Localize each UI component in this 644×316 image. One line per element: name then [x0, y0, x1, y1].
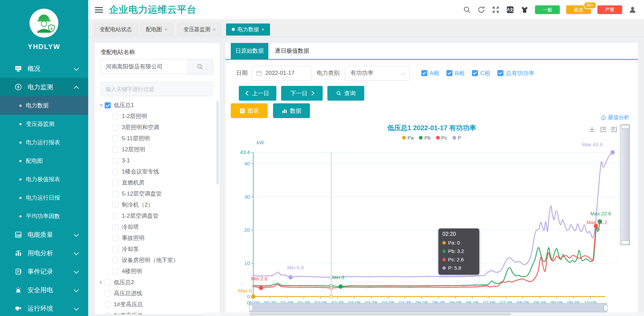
sidebar-subitem-变压器监测[interactable]: 变压器监测 [0, 115, 88, 133]
page-horizontal-scrollbar[interactable] [204, 312, 644, 316]
tree-node-低压总2[interactable]: 低压总2 [95, 277, 220, 288]
fullscreen-icon[interactable] [492, 6, 500, 14]
prev-day-button[interactable]: 上一日 [239, 86, 276, 101]
tree-node-4楼照明[interactable]: 4楼照明 [95, 266, 220, 277]
sidebar-subitem-电力数据[interactable]: 电力数据 [0, 96, 88, 115]
tree-checkbox[interactable] [112, 191, 118, 197]
close-icon[interactable]: × [262, 27, 264, 32]
tree-node-5-11层照明[interactable]: 5-11层照明 [95, 133, 220, 144]
legend-item-Pa[interactable]: Pa [402, 135, 414, 141]
sidebar-subitem-配电图[interactable]: 配电图 [0, 152, 88, 170]
datazoom-right-handle[interactable] [604, 305, 607, 311]
tree-node-3-1[interactable]: 3-1 [95, 155, 220, 166]
datazoom-top-handle[interactable] [621, 125, 629, 129]
tree-node-高压总进线[interactable]: 高压总进线 [95, 288, 220, 299]
station-search-button[interactable] [187, 59, 213, 74]
user-avatar-icon[interactable] [629, 6, 637, 14]
tree-checkbox[interactable] [105, 302, 111, 308]
sidebar-item-event-log[interactable]: 事件记录 [0, 262, 88, 281]
checkbox-总有功功率[interactable]: 总有功功率 [497, 69, 534, 77]
open-tab-电力数据[interactable]: 电力数据× [226, 23, 270, 36]
tab-daily-extreme-data[interactable]: 逐日极值数据 [275, 43, 309, 59]
save-image-icon[interactable] [589, 126, 595, 133]
sidebar-item-overview[interactable]: 概况 [0, 59, 88, 78]
station-name-input[interactable]: 河南嵩阳饭店有限公司 [101, 59, 187, 74]
refresh-icon[interactable] [477, 6, 485, 14]
sidebar-item-safe-power[interactable]: 安全用电 [0, 281, 88, 299]
scrollbar-thumb[interactable] [250, 313, 511, 315]
tree-node-3层照明和空调[interactable]: 3层照明和空调 [95, 122, 220, 133]
tree-checkbox[interactable] [112, 124, 118, 130]
tree-node-1-2层空调盘管[interactable]: 1-2层空调盘管 [95, 210, 220, 221]
legend-item-P[interactable]: P [452, 135, 461, 141]
zoom-reset-icon[interactable] [611, 126, 618, 133]
alarm-badge-urgent[interactable]: 紧急99+ [566, 5, 591, 14]
sidebar-item-environment[interactable]: 运行环境 [0, 299, 88, 316]
collapse-menu-icon[interactable] [95, 6, 103, 13]
close-icon[interactable]: × [213, 27, 216, 32]
sidebar-item-power-quality[interactable]: 电能质量 [0, 225, 88, 244]
sidebar-subitem-电力运行日报[interactable]: 电力运行日报 [0, 189, 88, 207]
open-tab-变配电站状态[interactable]: 变配电站状态 [94, 23, 138, 36]
tree-checkbox[interactable] [112, 136, 118, 142]
search-icon[interactable] [463, 6, 471, 14]
tree-node-1#变高压总[interactable]: 1#变高压总 [95, 299, 220, 310]
tree-checkbox[interactable] [112, 202, 118, 208]
sidebar-subitem-电力运行报表[interactable]: 电力运行报表 [0, 133, 88, 152]
legend-item-Pb[interactable]: Pb [419, 135, 430, 141]
open-tab-配电图[interactable]: 配电图× [140, 23, 173, 36]
tree-node-2#变高压总[interactable]: 2#变高压总 [95, 310, 220, 314]
tree-checkbox[interactable] [112, 213, 118, 219]
tree-checkbox[interactable] [112, 235, 118, 241]
query-button[interactable]: 查询 [327, 86, 364, 101]
tree-node-5-12层空调盘管[interactable]: 5-12层空调盘管 [95, 188, 220, 199]
tree-scrollbar[interactable] [216, 101, 219, 185]
sidebar-item-power-monitoring[interactable]: 电力监测 [0, 78, 88, 96]
power-type-select[interactable]: 有功功率 [345, 66, 410, 81]
datazoom-left-handle[interactable] [249, 305, 253, 311]
tree-checkbox[interactable] [112, 268, 118, 274]
tree-checkbox[interactable] [112, 158, 118, 164]
datazoom-bottom-handle[interactable] [621, 241, 629, 244]
tree-checkbox[interactable] [112, 113, 118, 119]
tree-node-直燃机房[interactable]: 直燃机房 [95, 177, 220, 188]
chart-view-button[interactable]: 图表 [231, 103, 268, 118]
tree-node-1楼会议室专线[interactable]: 1楼会议室专线 [95, 166, 220, 177]
horizontal-datazoom-slider[interactable] [250, 303, 607, 312]
sidebar-item-usage-analysis[interactable]: 用电分析 [0, 244, 88, 262]
tree-node-制冷机（2）[interactable]: 制冷机（2） [95, 199, 220, 210]
alarm-badge-severe[interactable]: 严重 [597, 5, 622, 14]
tree-node-设备房照明（地下室）[interactable]: 设备房照明（地下室） [95, 255, 220, 266]
tree-node-1-2层照明[interactable]: 1-2层照明 [95, 111, 220, 122]
data-zoom-icon[interactable] [600, 126, 606, 133]
theme-icon[interactable] [521, 6, 529, 14]
tree-checkbox[interactable] [112, 169, 118, 175]
data-view-button[interactable]: 数据 [273, 103, 310, 118]
sidebar-subitem-电力极值报表[interactable]: 电力极值报表 [0, 170, 88, 189]
alarm-badge-normal[interactable]: 一般 [535, 5, 560, 14]
tree-checkbox[interactable] [105, 279, 111, 285]
translate-icon[interactable]: A文 [506, 6, 514, 14]
tree-node-事故照明[interactable]: 事故照明 [95, 232, 220, 244]
tree-checkbox[interactable] [105, 291, 111, 297]
caret-down-icon[interactable] [99, 104, 103, 107]
checkbox-C相[interactable]: C相 [472, 69, 490, 77]
checkbox-A相[interactable]: A相 [421, 69, 439, 77]
sidebar-subitem-平均功率因数[interactable]: 平均功率因数 [0, 207, 88, 225]
tab-daily-raw-data[interactable]: 日原始数据 [231, 43, 268, 59]
open-tab-变压器监测[interactable]: 变压器监测× [178, 23, 221, 36]
close-icon[interactable]: × [165, 27, 167, 32]
tree-checkbox[interactable] [112, 180, 118, 186]
tree-checkbox[interactable] [112, 224, 118, 230]
checkbox-B相[interactable]: B相 [446, 69, 464, 77]
tree-checkbox[interactable] [112, 246, 118, 252]
tree-node-冷却塔[interactable]: 冷却塔 [95, 221, 220, 232]
caret-right-icon[interactable] [100, 280, 102, 284]
tree-checkbox[interactable] [112, 147, 118, 153]
tree-checkbox[interactable] [112, 257, 118, 263]
date-picker[interactable]: 2022-01-17 [252, 66, 311, 81]
tree-filter-input[interactable]: 输入关键字进行过滤 [101, 82, 213, 96]
tree-node-冷却泵[interactable]: 冷却泵 [95, 244, 220, 255]
max-value-analysis-link[interactable]: 最值分析 [601, 114, 629, 121]
legend-item-Pc[interactable]: Pc [436, 135, 447, 141]
